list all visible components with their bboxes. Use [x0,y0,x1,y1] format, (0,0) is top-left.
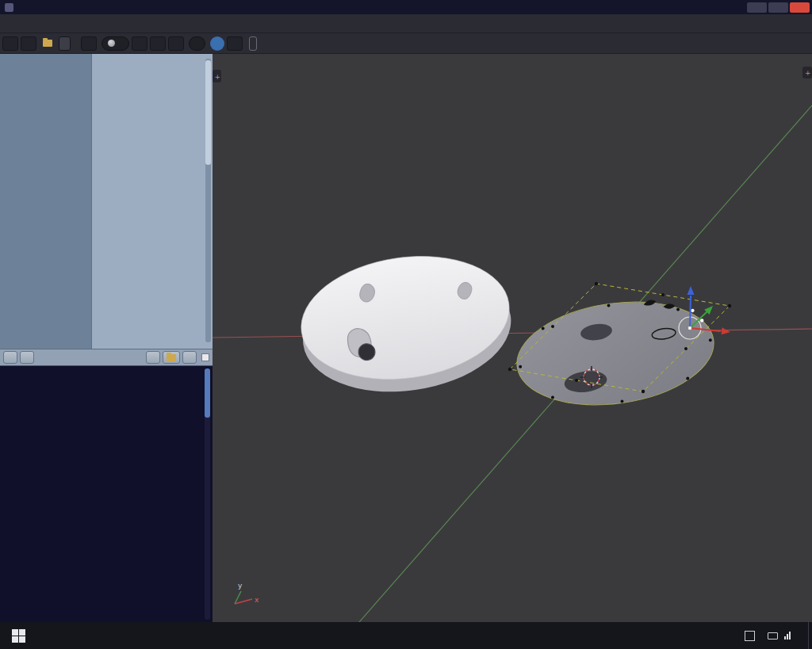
svg-text:+: + [215,73,221,81]
header-bar [0,33,812,54]
folder-icon [167,354,176,361]
ic-button[interactable] [249,36,257,51]
network-tray-icon[interactable] [784,632,791,639]
display-tray-icon[interactable] [768,632,778,639]
menu-bar [0,14,812,33]
orientation-dropdown[interactable] [189,36,205,51]
region-corner-widget[interactable] [201,353,209,361]
left-panel [0,54,213,349]
editor-scrollbar[interactable] [205,368,210,620]
editor-type-button[interactable] [2,36,18,51]
folder-icon [43,40,52,47]
text-editor [0,349,213,622]
tab-learning-projects[interactable] [59,36,71,51]
start-button[interactable] [0,622,36,649]
title-bar [0,0,812,14]
layers-button[interactable] [168,36,184,51]
pivot-button[interactable] [132,36,147,51]
viewport-editor-type-button[interactable] [81,36,97,51]
viewport-background[interactable] [213,54,812,622]
3d-viewport[interactable]: x y + + [213,54,812,622]
scrollbar-thumb[interactable] [205,60,211,165]
windows-logo-icon [12,629,25,643]
library-sidebar [0,54,91,349]
editor-type-button[interactable] [3,351,17,364]
breadcrumb[interactable] [43,40,56,47]
browser-menu-button[interactable] [21,36,36,51]
open-text-button[interactable] [163,351,180,364]
windows-taskbar [0,622,812,649]
svg-text:+: + [805,69,811,77]
unlink-text-button[interactable] [182,351,197,364]
viewport-header [79,36,257,51]
snap-element-button[interactable] [227,36,243,51]
system-tray [738,622,808,649]
text-editor-header [0,349,213,366]
text-editor-body[interactable] [0,367,213,622]
browser-scrollbar[interactable] [205,59,211,342]
material-sphere-icon [108,40,115,47]
maximize-button[interactable] [768,2,788,13]
minimize-button[interactable] [747,2,767,13]
show-desktop-button[interactable] [808,622,812,649]
svg-text:y: y [238,582,243,590]
editor-menu-button[interactable] [20,351,34,364]
snap-help-button[interactable] [210,36,224,51]
mode-dropdown[interactable] [102,36,129,51]
app-icon [5,3,13,12]
scrollbar-thumb[interactable] [205,368,210,418]
new-text-button[interactable] [146,351,160,364]
svg-text:x: x [255,596,259,604]
manipulator-button[interactable] [150,36,166,51]
input-mode-badge[interactable] [745,631,755,641]
file-browser-panel [91,54,213,349]
close-button[interactable] [790,2,810,13]
